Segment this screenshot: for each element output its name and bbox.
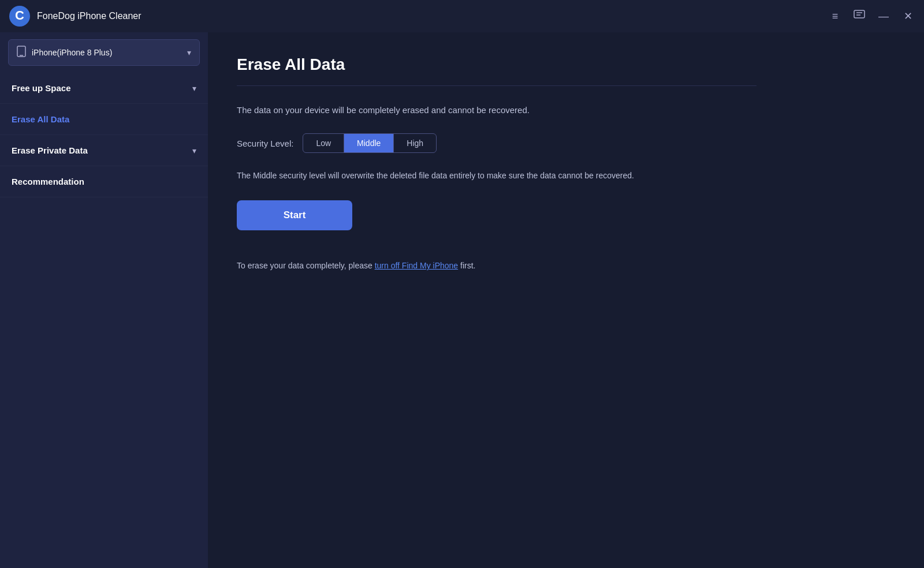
security-btn-middle[interactable]: Middle <box>344 134 394 152</box>
titlebar-left: C FoneDog iPhone Cleaner <box>9 6 141 27</box>
minimize-button[interactable]: — <box>877 9 891 23</box>
security-description: The Middle security level will overwrite… <box>237 169 757 182</box>
sidebar: iPhone(iPhone 8 Plus) ▾ Free up Space ▾ … <box>0 32 208 568</box>
close-icon: ✕ <box>904 10 912 23</box>
sidebar-item-free-up-space[interactable]: Free up Space ▾ <box>0 73 208 104</box>
chevron-icon: ▾ <box>192 146 196 155</box>
sidebar-item-erase-private-data[interactable]: Erase Private Data ▾ <box>0 135 208 166</box>
svg-rect-2 <box>854 10 865 18</box>
app-logo: C <box>9 6 30 27</box>
device-chevron-icon: ▾ <box>187 48 191 57</box>
svg-text:C: C <box>15 8 24 23</box>
find-my-iphone-link[interactable]: turn off Find My iPhone <box>375 261 458 270</box>
content-area: Erase All Data The data on your device w… <box>208 32 924 568</box>
content-inner: Erase All Data The data on your device w… <box>208 32 785 296</box>
security-btn-low[interactable]: Low <box>303 134 344 152</box>
device-name: iPhone(iPhone 8 Plus) <box>32 48 112 57</box>
device-selector[interactable]: iPhone(iPhone 8 Plus) ▾ <box>8 39 200 66</box>
page-title: Erase All Data <box>237 55 757 74</box>
app-title: FoneDog iPhone Cleaner <box>37 11 141 21</box>
sidebar-item-recommendation[interactable]: Recommendation <box>0 166 208 197</box>
start-button[interactable]: Start <box>237 200 352 230</box>
menu-button[interactable]: ≡ <box>828 9 842 23</box>
security-label: Security Level: <box>237 139 293 148</box>
titlebar: C FoneDog iPhone Cleaner ≡ — ✕ <box>0 0 924 32</box>
menu-icon: ≡ <box>832 10 839 23</box>
chevron-icon: ▾ <box>192 84 196 93</box>
description-text: The data on your device will be complete… <box>237 103 757 117</box>
security-buttons-group: Low Middle High <box>303 133 437 153</box>
chat-button[interactable] <box>852 9 866 23</box>
footer-note-before: To erase your data completely, please <box>237 261 375 270</box>
main-layout: iPhone(iPhone 8 Plus) ▾ Free up Space ▾ … <box>0 32 924 568</box>
minimize-icon: — <box>878 10 889 23</box>
sidebar-item-erase-all-data[interactable]: Erase All Data <box>0 104 208 135</box>
footer-note: To erase your data completely, please tu… <box>237 259 757 272</box>
chat-icon <box>854 10 865 23</box>
titlebar-controls: ≡ — ✕ <box>828 9 915 23</box>
footer-note-after: first. <box>458 261 475 270</box>
divider <box>237 85 757 86</box>
security-btn-high[interactable]: High <box>394 134 436 152</box>
phone-icon <box>17 46 26 59</box>
close-button[interactable]: ✕ <box>901 9 915 23</box>
security-level-row: Security Level: Low Middle High <box>237 133 757 153</box>
